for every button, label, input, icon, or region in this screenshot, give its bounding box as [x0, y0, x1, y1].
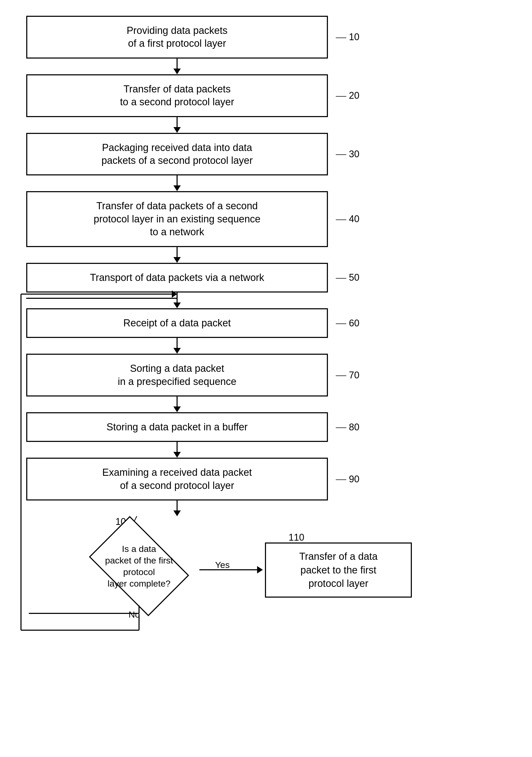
- label-80: 80: [336, 422, 359, 433]
- box-60: Receipt of a data packet: [26, 308, 328, 338]
- label-50: 50: [336, 272, 359, 283]
- flow-row-30: Packaging received data into datapackets…: [26, 133, 498, 176]
- feedback-svg: [26, 516, 498, 616]
- arrow-70-80: [26, 397, 328, 412]
- flow-row-20: Transfer of data packetsto a second prot…: [26, 74, 498, 117]
- flow-row-50: Transport of data packets via a network …: [26, 263, 498, 292]
- label-90: 90: [336, 474, 359, 485]
- flow-row-70: Sorting a data packetin a prespecified s…: [26, 354, 498, 397]
- box-10: Providing data packetsof a first protoco…: [26, 16, 328, 59]
- arrow-40-50: [26, 247, 328, 263]
- label-30: 30: [336, 149, 359, 160]
- box-20: Transfer of data packetsto a second prot…: [26, 74, 328, 117]
- label-10: 10: [336, 32, 359, 43]
- box-80: Storing a data packet in a buffer: [26, 412, 328, 442]
- label-60: 60: [336, 318, 359, 329]
- flow-row-10: Providing data packetsof a first protoco…: [26, 16, 498, 59]
- arrow-10-20: [26, 59, 328, 74]
- arrow-60-70: [26, 338, 328, 354]
- box-70: Sorting a data packetin a prespecified s…: [26, 354, 328, 397]
- arrow-50-60: [26, 292, 328, 308]
- flowchart: Providing data packetsof a first protoco…: [26, 16, 498, 616]
- label-70: 70: [336, 370, 359, 381]
- arrow-20-30: [26, 117, 328, 133]
- box-90: Examining a received data packetof a sec…: [26, 458, 328, 500]
- decision-area: 100╱ Is a datapacket of the first protoc…: [26, 516, 498, 616]
- box-30: Packaging received data into datapackets…: [26, 133, 328, 176]
- flow-row-40: Transfer of data packets of a secondprot…: [26, 191, 498, 247]
- arrow-80-90: [26, 442, 328, 458]
- flow-row-90: Examining a received data packetof a sec…: [26, 458, 498, 500]
- box-50: Transport of data packets via a network: [26, 263, 328, 292]
- arrow-30-40: [26, 175, 328, 191]
- page: Providing data packetsof a first protoco…: [0, 0, 532, 757]
- flow-row-80: Storing a data packet in a buffer 80: [26, 412, 498, 442]
- diamond-text: Is a datapacket of the first protocollay…: [100, 543, 179, 590]
- arrow-90-100: [26, 500, 328, 516]
- flow-row-60: Receipt of a data packet 60: [26, 308, 498, 338]
- label-20: 20: [336, 90, 359, 101]
- label-40: 40: [336, 213, 359, 225]
- box-40: Transfer of data packets of a secondprot…: [26, 191, 328, 247]
